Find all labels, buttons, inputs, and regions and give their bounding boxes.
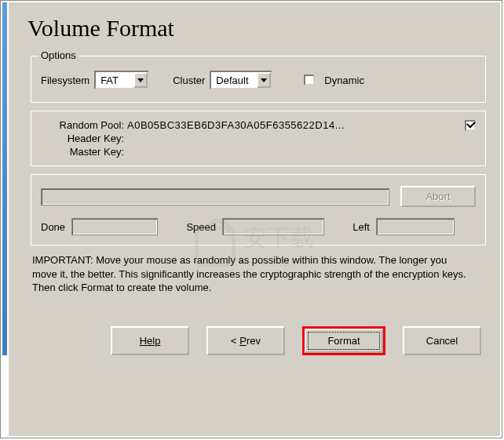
random-pool-label: Random Pool:: [41, 119, 124, 131]
show-pool-checkbox[interactable]: [465, 120, 476, 131]
left-value: [376, 218, 455, 235]
cluster-dropdown-button[interactable]: [257, 72, 271, 88]
filesystem-label: Filesystem: [41, 75, 89, 86]
speed-value: [222, 218, 324, 235]
filesystem-value: FAT: [96, 72, 133, 88]
progress-bar: [41, 188, 389, 205]
options-legend: Options: [38, 49, 79, 61]
format-highlight: Format: [302, 326, 385, 355]
speed-label: Speed: [186, 221, 216, 233]
format-button[interactable]: Format: [305, 329, 383, 353]
options-group: Options Filesystem FAT Cluster Default D…: [31, 56, 486, 103]
done-label: Done: [41, 221, 65, 233]
cluster-value: Default: [211, 72, 257, 88]
progress-group: Abort Done Speed Left: [31, 174, 486, 245]
prev-button[interactable]: < Prev: [206, 326, 285, 355]
abort-button: Abort: [400, 186, 476, 207]
window: Volume Format Options Filesystem FAT Clu…: [0, 0, 502, 438]
main-panel: Volume Format Options Filesystem FAT Clu…: [9, 2, 500, 436]
left-label: Left: [352, 221, 370, 233]
cluster-label: Cluster: [173, 75, 205, 86]
wizard-sidebar: [2, 2, 7, 355]
options-row: Filesystem FAT Cluster Default Dynamic: [41, 71, 476, 89]
button-row: Help < Prev Format Cancel: [9, 312, 500, 355]
page-title: Volume Format: [9, 2, 500, 51]
done-value: [71, 218, 158, 235]
master-key-label: Master Key:: [41, 146, 124, 158]
chevron-down-icon: [261, 78, 267, 82]
filesystem-select[interactable]: FAT: [94, 71, 149, 89]
help-button[interactable]: Help: [111, 326, 189, 355]
header-key-label: Header Key:: [41, 133, 124, 144]
chevron-down-icon: [137, 78, 144, 82]
random-pool-value: A0B05BC33EB6D3FA30A05F6355622D14...: [127, 119, 345, 131]
dynamic-checkbox[interactable]: [304, 75, 315, 85]
filesystem-dropdown-button[interactable]: [133, 72, 148, 88]
cluster-select[interactable]: Default: [210, 71, 272, 89]
keys-group: Random Pool: A0B05BC33EB6D3FA30A05F63556…: [31, 111, 486, 166]
cancel-button[interactable]: Cancel: [403, 326, 481, 355]
important-text: IMPORTANT: Move your mouse as randomly a…: [32, 253, 472, 295]
dynamic-label: Dynamic: [324, 75, 364, 86]
